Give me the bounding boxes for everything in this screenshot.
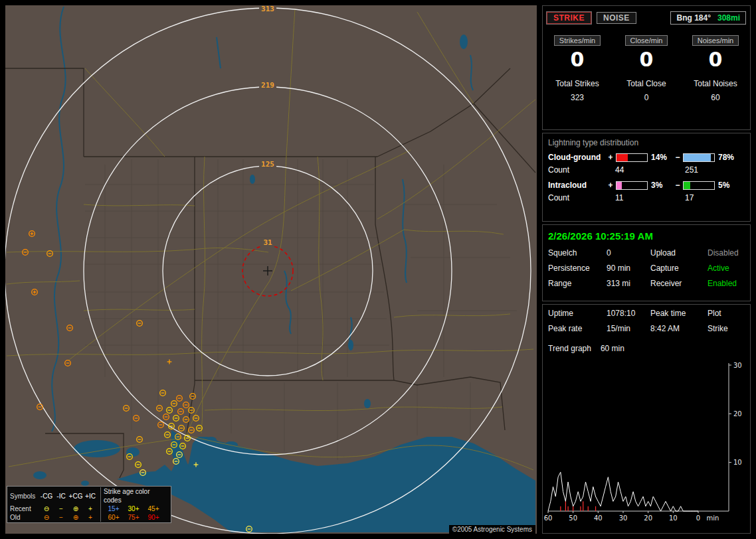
peak-time-label: Peak time: [650, 309, 708, 318]
trend-graph: 1020306050403020100min: [544, 360, 749, 527]
ic-positive-bar: [616, 181, 648, 190]
legend-divider: [100, 487, 101, 504]
cloud-ground-row: Cloud-ground + 14% − 78%: [543, 151, 750, 163]
ring-label-219: 219: [259, 82, 276, 90]
plus-sign: +: [607, 181, 614, 190]
persistence-value: 90 min: [607, 264, 650, 273]
old-pos-ic-icon: +: [83, 513, 98, 522]
intracloud-label: Intracloud: [548, 181, 607, 190]
recent-neg-ic-icon: −: [54, 504, 68, 513]
cg-negative-count: 251: [685, 165, 698, 175]
strikes-per-min-column: Strikes/min 0 Total Strikes 323: [543, 34, 612, 102]
ic-count-row: Count 11 17: [543, 191, 750, 206]
bearing-value: Bng 184°: [676, 13, 710, 23]
trend-window-value: 60 min: [601, 344, 624, 353]
stats-grid: Uptime 1078:10 Peak time Plot Peak rate …: [543, 305, 750, 337]
total-strikes-value: 323: [543, 93, 612, 102]
recent-pos-cg-icon: ⊕: [68, 504, 83, 513]
noises-per-min-button[interactable]: Noises/min: [692, 35, 739, 46]
ic-negative-fill: [684, 182, 690, 189]
capture-status: Active: [708, 264, 745, 273]
close-per-min-value: 0: [612, 48, 681, 71]
cg-count-label: Count: [548, 165, 615, 175]
svg-text:20: 20: [644, 514, 652, 522]
legend-age-title: Strike age color codes: [104, 487, 168, 504]
datetime-display: 2/26/2026 10:25:19 AM: [543, 225, 750, 244]
strike-legend: Symbols -CG -IC +CG +IC Strike age color…: [7, 486, 171, 523]
ic-negative-pct: 5%: [718, 181, 741, 190]
age-90: 90+: [143, 513, 163, 522]
capture-label: Capture: [650, 264, 708, 273]
ic-positive-pct: 3%: [651, 181, 674, 190]
distribution-panel: Lightning type distribution Cloud-ground…: [542, 133, 751, 222]
ring-label-31: 31: [261, 239, 274, 247]
range-value: 313 mi: [607, 279, 650, 288]
receiver-label: Receiver: [650, 279, 708, 288]
noise-mode-button[interactable]: NOISE: [597, 12, 636, 24]
strikes-per-min-button[interactable]: Strikes/min: [554, 35, 601, 46]
legend-recent-row: Recent ⊖ − ⊕ + 15+ 30+ 45+: [7, 504, 171, 513]
cg-negative-pct: 78%: [718, 153, 741, 162]
peak-rate-value: 15/min: [607, 324, 650, 333]
ring-label-313: 313: [259, 5, 276, 13]
svg-text:min: min: [707, 514, 719, 522]
upload-label: Upload: [650, 248, 708, 258]
noises-per-min-column: Noises/min 0 Total Noises 60: [681, 34, 750, 102]
age-75: 75+: [124, 513, 143, 522]
svg-text:30: 30: [733, 362, 742, 369]
map-canvas[interactable]: 313 219 125 31 Symbols -CG -IC +CG +IC S…: [5, 5, 537, 534]
legend-col-pos-ic: +IC: [83, 492, 98, 501]
legend-divider: [100, 513, 101, 522]
total-strikes-label: Total Strikes: [543, 79, 612, 88]
squelch-label: Squelch: [548, 248, 607, 258]
old-pos-cg-icon: ⊕: [68, 513, 83, 522]
svg-text:60: 60: [544, 514, 552, 522]
minus-sign: −: [674, 153, 682, 162]
plot-label: Plot: [708, 309, 745, 318]
age-15: 15+: [104, 504, 124, 513]
cg-count-row: Count 44 251: [543, 163, 750, 179]
trend-graph-row: Trend graph 60 min: [543, 337, 750, 353]
trend-panel: Uptime 1078:10 Peak time Plot Peak rate …: [542, 304, 751, 534]
status-panel: 2/26/2026 10:25:19 AM Squelch 0 Upload D…: [542, 224, 751, 301]
mode-row: STRIKE NOISE Bng 184° 308mi: [543, 6, 750, 26]
close-per-min-button[interactable]: Close/min: [625, 35, 668, 46]
age-30: 30+: [124, 504, 143, 513]
cg-negative-fill: [684, 154, 711, 161]
legend-old-label: Old: [10, 513, 39, 522]
upload-status: Disabled: [708, 248, 745, 258]
strike-mode-button[interactable]: STRIKE: [547, 12, 591, 24]
legend-col-pos-cg: +CG: [68, 492, 83, 501]
ic-positive-fill: [616, 182, 622, 189]
cg-positive-fill: [616, 154, 628, 161]
svg-text:10: 10: [669, 514, 678, 522]
cloud-ground-label: Cloud-ground: [548, 153, 607, 162]
persistence-label: Persistence: [548, 264, 607, 273]
age-60: 60+: [104, 513, 124, 522]
status-grid: Squelch 0 Upload Disabled Persistence 90…: [543, 244, 750, 292]
total-close-label: Total Close: [612, 79, 681, 88]
recent-pos-ic-icon: +: [83, 504, 98, 513]
ic-negative-count: 17: [685, 193, 694, 202]
rate-counters: Strikes/min 0 Total Strikes 323 Close/mi…: [543, 34, 750, 102]
ring-label-125: 125: [259, 161, 276, 169]
legend-col-neg-ic: -IC: [54, 492, 68, 501]
total-close-value: 0: [612, 93, 681, 102]
uptime-label: Uptime: [548, 309, 607, 318]
peak-time-value: 8:42 AM: [650, 324, 708, 333]
peak-rate-label: Peak rate: [548, 324, 607, 333]
intracloud-row: Intracloud + 3% − 5%: [543, 179, 750, 191]
bearing-distance: 308mi: [717, 13, 740, 23]
legend-header-row: Symbols -CG -IC +CG +IC Strike age color…: [7, 487, 171, 504]
svg-text:10: 10: [733, 459, 742, 466]
svg-text:20: 20: [733, 410, 742, 418]
cg-positive-count: 44: [615, 165, 685, 175]
old-neg-cg-icon: ⊖: [39, 513, 54, 522]
plus-sign: +: [607, 153, 614, 162]
ic-positive-count: 11: [615, 193, 685, 202]
copyright-text: ©2005 Astrogenic Systems: [449, 525, 535, 534]
ic-negative-bar: [683, 181, 715, 190]
receiver-status: Enabled: [708, 279, 745, 288]
legend-divider: [100, 504, 101, 513]
sidebar: STRIKE NOISE Bng 184° 308mi Strikes/min …: [542, 5, 751, 534]
